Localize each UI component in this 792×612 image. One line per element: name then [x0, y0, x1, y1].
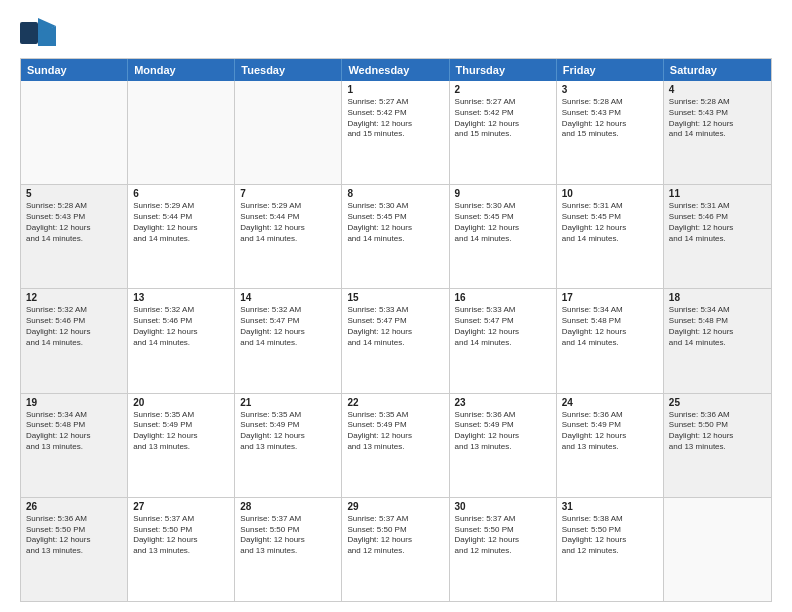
- cell-info: Sunrise: 5:37 AM Sunset: 5:50 PM Dayligh…: [347, 514, 443, 557]
- empty-cell: [235, 81, 342, 184]
- day-number: 14: [240, 292, 336, 303]
- cell-info: Sunrise: 5:28 AM Sunset: 5:43 PM Dayligh…: [562, 97, 658, 140]
- weekday-header: Sunday: [21, 59, 128, 81]
- calendar-cell: 15Sunrise: 5:33 AM Sunset: 5:47 PM Dayli…: [342, 289, 449, 392]
- calendar-cell: 23Sunrise: 5:36 AM Sunset: 5:49 PM Dayli…: [450, 394, 557, 497]
- calendar-cell: 2Sunrise: 5:27 AM Sunset: 5:42 PM Daylig…: [450, 81, 557, 184]
- day-number: 9: [455, 188, 551, 199]
- page: SundayMondayTuesdayWednesdayThursdayFrid…: [0, 0, 792, 612]
- calendar-row: 26Sunrise: 5:36 AM Sunset: 5:50 PM Dayli…: [21, 497, 771, 601]
- calendar-cell: 24Sunrise: 5:36 AM Sunset: 5:49 PM Dayli…: [557, 394, 664, 497]
- day-number: 28: [240, 501, 336, 512]
- empty-cell: [21, 81, 128, 184]
- day-number: 24: [562, 397, 658, 408]
- day-number: 21: [240, 397, 336, 408]
- calendar-cell: 25Sunrise: 5:36 AM Sunset: 5:50 PM Dayli…: [664, 394, 771, 497]
- calendar-cell: 6Sunrise: 5:29 AM Sunset: 5:44 PM Daylig…: [128, 185, 235, 288]
- weekday-header: Tuesday: [235, 59, 342, 81]
- calendar-cell: 13Sunrise: 5:32 AM Sunset: 5:46 PM Dayli…: [128, 289, 235, 392]
- cell-info: Sunrise: 5:28 AM Sunset: 5:43 PM Dayligh…: [669, 97, 766, 140]
- empty-cell: [664, 498, 771, 601]
- cell-info: Sunrise: 5:29 AM Sunset: 5:44 PM Dayligh…: [133, 201, 229, 244]
- calendar-row: 5Sunrise: 5:28 AM Sunset: 5:43 PM Daylig…: [21, 184, 771, 288]
- day-number: 11: [669, 188, 766, 199]
- cell-info: Sunrise: 5:30 AM Sunset: 5:45 PM Dayligh…: [455, 201, 551, 244]
- cell-info: Sunrise: 5:31 AM Sunset: 5:45 PM Dayligh…: [562, 201, 658, 244]
- weekday-header: Monday: [128, 59, 235, 81]
- calendar-cell: 26Sunrise: 5:36 AM Sunset: 5:50 PM Dayli…: [21, 498, 128, 601]
- calendar-cell: 30Sunrise: 5:37 AM Sunset: 5:50 PM Dayli…: [450, 498, 557, 601]
- cell-info: Sunrise: 5:32 AM Sunset: 5:47 PM Dayligh…: [240, 305, 336, 348]
- day-number: 27: [133, 501, 229, 512]
- day-number: 12: [26, 292, 122, 303]
- day-number: 20: [133, 397, 229, 408]
- cell-info: Sunrise: 5:36 AM Sunset: 5:50 PM Dayligh…: [26, 514, 122, 557]
- calendar-cell: 1Sunrise: 5:27 AM Sunset: 5:42 PM Daylig…: [342, 81, 449, 184]
- cell-info: Sunrise: 5:27 AM Sunset: 5:42 PM Dayligh…: [455, 97, 551, 140]
- calendar-cell: 11Sunrise: 5:31 AM Sunset: 5:46 PM Dayli…: [664, 185, 771, 288]
- day-number: 1: [347, 84, 443, 95]
- calendar-cell: 31Sunrise: 5:38 AM Sunset: 5:50 PM Dayli…: [557, 498, 664, 601]
- calendar-cell: 8Sunrise: 5:30 AM Sunset: 5:45 PM Daylig…: [342, 185, 449, 288]
- calendar-cell: 29Sunrise: 5:37 AM Sunset: 5:50 PM Dayli…: [342, 498, 449, 601]
- cell-info: Sunrise: 5:32 AM Sunset: 5:46 PM Dayligh…: [26, 305, 122, 348]
- calendar-cell: 28Sunrise: 5:37 AM Sunset: 5:50 PM Dayli…: [235, 498, 342, 601]
- cell-info: Sunrise: 5:28 AM Sunset: 5:43 PM Dayligh…: [26, 201, 122, 244]
- day-number: 13: [133, 292, 229, 303]
- day-number: 6: [133, 188, 229, 199]
- weekday-header: Saturday: [664, 59, 771, 81]
- calendar-cell: 5Sunrise: 5:28 AM Sunset: 5:43 PM Daylig…: [21, 185, 128, 288]
- weekday-header: Thursday: [450, 59, 557, 81]
- day-number: 8: [347, 188, 443, 199]
- cell-info: Sunrise: 5:34 AM Sunset: 5:48 PM Dayligh…: [26, 410, 122, 453]
- calendar-cell: 10Sunrise: 5:31 AM Sunset: 5:45 PM Dayli…: [557, 185, 664, 288]
- header: [20, 18, 772, 48]
- day-number: 2: [455, 84, 551, 95]
- cell-info: Sunrise: 5:27 AM Sunset: 5:42 PM Dayligh…: [347, 97, 443, 140]
- cell-info: Sunrise: 5:35 AM Sunset: 5:49 PM Dayligh…: [133, 410, 229, 453]
- day-number: 4: [669, 84, 766, 95]
- calendar-cell: 17Sunrise: 5:34 AM Sunset: 5:48 PM Dayli…: [557, 289, 664, 392]
- calendar-cell: 27Sunrise: 5:37 AM Sunset: 5:50 PM Dayli…: [128, 498, 235, 601]
- weekday-header: Wednesday: [342, 59, 449, 81]
- cell-info: Sunrise: 5:34 AM Sunset: 5:48 PM Dayligh…: [669, 305, 766, 348]
- cell-info: Sunrise: 5:30 AM Sunset: 5:45 PM Dayligh…: [347, 201, 443, 244]
- calendar-cell: 9Sunrise: 5:30 AM Sunset: 5:45 PM Daylig…: [450, 185, 557, 288]
- day-number: 18: [669, 292, 766, 303]
- calendar-cell: 20Sunrise: 5:35 AM Sunset: 5:49 PM Dayli…: [128, 394, 235, 497]
- cell-info: Sunrise: 5:37 AM Sunset: 5:50 PM Dayligh…: [133, 514, 229, 557]
- calendar-body: 1Sunrise: 5:27 AM Sunset: 5:42 PM Daylig…: [21, 81, 771, 601]
- day-number: 31: [562, 501, 658, 512]
- cell-info: Sunrise: 5:38 AM Sunset: 5:50 PM Dayligh…: [562, 514, 658, 557]
- cell-info: Sunrise: 5:37 AM Sunset: 5:50 PM Dayligh…: [455, 514, 551, 557]
- cell-info: Sunrise: 5:37 AM Sunset: 5:50 PM Dayligh…: [240, 514, 336, 557]
- calendar-row: 19Sunrise: 5:34 AM Sunset: 5:48 PM Dayli…: [21, 393, 771, 497]
- cell-info: Sunrise: 5:31 AM Sunset: 5:46 PM Dayligh…: [669, 201, 766, 244]
- day-number: 30: [455, 501, 551, 512]
- cell-info: Sunrise: 5:29 AM Sunset: 5:44 PM Dayligh…: [240, 201, 336, 244]
- calendar-cell: 19Sunrise: 5:34 AM Sunset: 5:48 PM Dayli…: [21, 394, 128, 497]
- cell-info: Sunrise: 5:36 AM Sunset: 5:49 PM Dayligh…: [455, 410, 551, 453]
- weekday-header: Friday: [557, 59, 664, 81]
- cell-info: Sunrise: 5:36 AM Sunset: 5:50 PM Dayligh…: [669, 410, 766, 453]
- calendar-cell: 12Sunrise: 5:32 AM Sunset: 5:46 PM Dayli…: [21, 289, 128, 392]
- day-number: 7: [240, 188, 336, 199]
- cell-info: Sunrise: 5:34 AM Sunset: 5:48 PM Dayligh…: [562, 305, 658, 348]
- calendar: SundayMondayTuesdayWednesdayThursdayFrid…: [20, 58, 772, 602]
- day-number: 10: [562, 188, 658, 199]
- calendar-cell: 7Sunrise: 5:29 AM Sunset: 5:44 PM Daylig…: [235, 185, 342, 288]
- day-number: 25: [669, 397, 766, 408]
- cell-info: Sunrise: 5:32 AM Sunset: 5:46 PM Dayligh…: [133, 305, 229, 348]
- day-number: 29: [347, 501, 443, 512]
- calendar-cell: 4Sunrise: 5:28 AM Sunset: 5:43 PM Daylig…: [664, 81, 771, 184]
- day-number: 26: [26, 501, 122, 512]
- cell-info: Sunrise: 5:33 AM Sunset: 5:47 PM Dayligh…: [347, 305, 443, 348]
- cell-info: Sunrise: 5:35 AM Sunset: 5:49 PM Dayligh…: [240, 410, 336, 453]
- calendar-row: 12Sunrise: 5:32 AM Sunset: 5:46 PM Dayli…: [21, 288, 771, 392]
- day-number: 15: [347, 292, 443, 303]
- day-number: 23: [455, 397, 551, 408]
- svg-rect-0: [20, 22, 38, 44]
- calendar-cell: 16Sunrise: 5:33 AM Sunset: 5:47 PM Dayli…: [450, 289, 557, 392]
- empty-cell: [128, 81, 235, 184]
- calendar-header: SundayMondayTuesdayWednesdayThursdayFrid…: [21, 59, 771, 81]
